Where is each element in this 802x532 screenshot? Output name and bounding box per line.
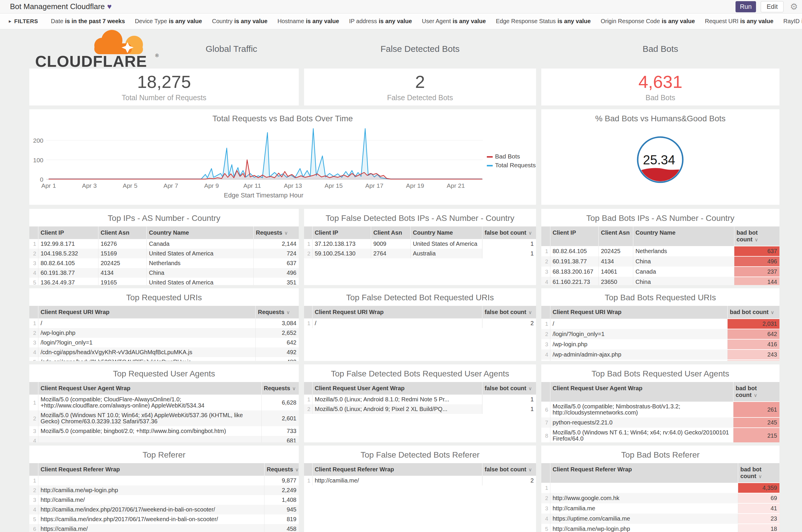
- filters-expand-caret-icon[interactable]: ▸: [9, 18, 12, 24]
- column-header[interactable]: Requests∨: [253, 226, 299, 239]
- column-header[interactable]: Requests∨: [255, 306, 299, 319]
- kpi-value: 4,631: [638, 72, 682, 92]
- table-cell: 80.82.64.105: [550, 246, 598, 256]
- value-cell: 261: [733, 402, 780, 417]
- x-axis-title: Edge Start Timestamp Hour: [224, 192, 303, 199]
- column-header[interactable]: Requests∨: [264, 463, 299, 476]
- column-header[interactable]: Client Asn: [98, 226, 147, 239]
- filter-item[interactable]: RayIDis any value: [783, 18, 802, 24]
- column-header[interactable]: false bot count∨: [482, 463, 536, 476]
- filters-label: FILTERS: [14, 18, 38, 25]
- table-row: 259.100.254.1302764Australia1: [304, 249, 536, 259]
- row-index: 8: [541, 428, 550, 442]
- column-header[interactable]: Client Request URI Wrap: [38, 306, 255, 319]
- section-header-global-traffic: Global Traffic: [164, 44, 299, 54]
- column-header[interactable]: Client IP: [38, 226, 98, 239]
- sort-chevron-icon: ∨: [754, 393, 757, 398]
- filter-condition: is any value: [662, 18, 695, 24]
- column-header[interactable]: Requests∨: [261, 382, 299, 395]
- gear-icon[interactable]: ⚙: [790, 2, 798, 11]
- column-header[interactable]: Client Request User Agent Wrap: [38, 382, 261, 395]
- value-cell: 496: [734, 256, 780, 267]
- column-header[interactable]: Client Asn: [371, 226, 410, 239]
- table-row: 4/wp-admin/admin-ajax.php243: [541, 349, 780, 360]
- column-header[interactable]: Country Name: [147, 226, 253, 239]
- table-top-bad-bot-user-agents: Top Bad Bots Requested User AgentsClient…: [541, 364, 780, 442]
- filter-field: Origin Response Code: [601, 18, 660, 24]
- column-header[interactable]: false bot count∨: [482, 226, 536, 239]
- tables-row-uris: Top Requested URIsClient Request URI Wra…: [29, 288, 780, 361]
- table-cell: 80.82.64.105: [38, 259, 98, 268]
- table-cell: 60.191.38.77: [38, 268, 98, 278]
- filter-item[interactable]: Origin Response Codeis any value: [601, 18, 695, 24]
- column-header[interactable]: false bot count∨: [482, 382, 536, 395]
- table-row: 5/cdn-cgi/apps/body/3Lh52SjWTQ4HRlErJykH…: [29, 357, 299, 361]
- table-row: 5https://camilia.me/index.php/2017/06/17…: [29, 514, 299, 524]
- filter-item[interactable]: Edge Response Statusis any value: [496, 18, 591, 24]
- column-header[interactable]: Client Request User Agent Wrap: [550, 382, 733, 402]
- kpi-total-requests: 18,275 Total Number of Requests: [29, 69, 299, 106]
- column-header[interactable]: Client Asn: [598, 226, 633, 246]
- value-cell: 2,031: [727, 319, 780, 329]
- value-cell: 637: [734, 246, 780, 256]
- column-header[interactable]: bad bot count∨: [734, 226, 780, 246]
- column-header[interactable]: Client IP: [550, 226, 598, 246]
- edit-button[interactable]: Edit: [761, 1, 784, 12]
- table-row: 1http://camilia.me/2: [304, 476, 536, 486]
- chart-title: Total Requests vs Bad Bots Over Time: [29, 114, 536, 124]
- table-row: 19,877: [29, 476, 299, 486]
- filter-item[interactable]: Dateis in the past 7 weeks: [51, 18, 125, 24]
- column-header[interactable]: bad bot count∨: [738, 463, 780, 483]
- data-table: Client Request URI Wrapfalse bot count∨1…: [304, 306, 536, 328]
- table-row: 2/login/?login_only=1642: [541, 329, 780, 339]
- table-cell: [550, 483, 738, 493]
- run-button[interactable]: Run: [736, 1, 756, 12]
- row-index: 1: [304, 239, 312, 249]
- column-header[interactable]: bad bot count∨: [727, 306, 780, 319]
- table-cell: Mozilla/5.0 (Linux; Android 9; Pixel 2 X…: [312, 404, 482, 414]
- filter-item[interactable]: Device Typeis any value: [135, 18, 202, 24]
- legend-item[interactable]: Bad Bots: [487, 153, 520, 160]
- table-cell: 4134: [598, 256, 633, 267]
- value-cell: 4,359: [738, 483, 780, 493]
- table-row: 1/3,084: [29, 319, 299, 328]
- legend-item[interactable]: Total Requests: [487, 162, 536, 168]
- column-header[interactable]: Client Request URI Wrap: [312, 306, 482, 319]
- data-table: Client Request Referer Wrapfalse bot cou…: [304, 463, 536, 486]
- column-header[interactable]: false bot count∨: [482, 306, 536, 319]
- filter-item[interactable]: Hostnameis any value: [278, 18, 339, 24]
- kpi-label: Bad Bots: [646, 93, 675, 102]
- cloudflare-logo-image: CLOUDFLARE ®: [35, 29, 165, 68]
- table-cell: 23650: [598, 277, 633, 285]
- table-cell: https://camilia.me/: [38, 524, 264, 532]
- column-header[interactable]: bad bot count∨: [733, 382, 780, 402]
- table-row: 4/cdn-cgi/apps/head/xVgyKhR-vV3dAUGhMqfB…: [29, 347, 299, 357]
- column-header[interactable]: Client Request Referer Wrap: [550, 463, 738, 483]
- column-header[interactable]: Client Request Referer Wrap: [38, 463, 264, 476]
- column-header[interactable]: Country Name: [633, 226, 734, 246]
- filter-item[interactable]: User Agentis any value: [422, 18, 486, 24]
- table-top-bad-bot-uris: Top Bad Bots Requested URIsClient Reques…: [541, 288, 780, 361]
- column-header[interactable]: Client Request Referer Wrap: [312, 463, 482, 476]
- tables-row-ips: Top IPs - AS Number - CountryClient IPCl…: [29, 209, 780, 285]
- row-index: 5: [541, 360, 550, 361]
- row-index-header: [541, 306, 550, 319]
- filter-item[interactable]: Request URIis any value: [705, 18, 773, 24]
- table-title: Top Bad Bots Requested URIs: [541, 288, 780, 302]
- column-header[interactable]: Country Name: [410, 226, 482, 239]
- heart-icon: ♥: [107, 2, 112, 11]
- row-index: 4: [29, 505, 38, 514]
- column-header[interactable]: Client IP: [312, 226, 371, 239]
- column-header[interactable]: Client Request User Agent Wrap: [312, 382, 482, 395]
- filter-item[interactable]: IP addressis any value: [349, 18, 412, 24]
- table-cell: https://uptime.com/camilia.me: [550, 514, 738, 524]
- filter-item[interactable]: Countryis any value: [212, 18, 267, 24]
- table-cell: United States of America: [147, 278, 253, 285]
- row-index-header: [304, 226, 312, 239]
- table-row: 5136.24.49.3719165United States of Ameri…: [29, 278, 299, 285]
- kpi-false-detected-bots: 2 False Detected Bots: [304, 69, 536, 106]
- column-header[interactable]: Client Request URI Wrap: [550, 306, 727, 319]
- value-cell: 245: [733, 417, 780, 428]
- row-index: 6: [541, 402, 550, 417]
- row-index: 5: [541, 524, 550, 532]
